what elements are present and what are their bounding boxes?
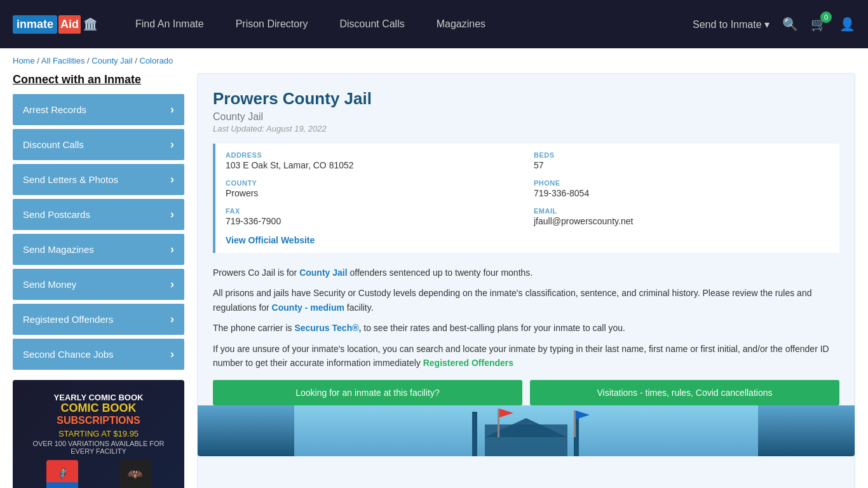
beds-value: 57	[534, 160, 829, 170]
breadcrumb-all-facilities[interactable]: All Facilities	[41, 56, 85, 65]
beds-label: BEDS	[534, 151, 829, 159]
ad-line3-sub: SUBSCRIPTIONS	[25, 415, 172, 426]
county-label: COUNTY	[226, 179, 521, 187]
navbar: inmate Aid 🏛️ Find An Inmate Prison Dire…	[0, 0, 868, 48]
website-field: View Official Website	[226, 235, 829, 245]
breadcrumb-state[interactable]: Colorado	[139, 56, 173, 65]
arrow-icon-discount-calls: ›	[170, 138, 174, 151]
nav-find-inmate[interactable]: Find An Inmate	[123, 18, 217, 30]
fax-value: 719-336-7900	[226, 216, 521, 226]
address-field: ADDRESS 103 E Oak St, Lamar, CO 81052	[226, 151, 521, 170]
send-to-inmate[interactable]: Send to Inmate ▾	[693, 18, 770, 30]
cart-badge: 0	[820, 11, 832, 23]
address-label: ADDRESS	[226, 151, 521, 159]
nav-prison-directory[interactable]: Prison Directory	[223, 18, 321, 30]
arrow-icon-second-chance-jobs: ›	[170, 348, 174, 361]
desc2-link[interactable]: County - medium	[272, 302, 344, 313]
sidebar-title: Connect with an Inmate	[13, 73, 184, 86]
desc3-text: The phone carrier is	[213, 323, 292, 333]
arrow-icon-send-magazines: ›	[170, 243, 174, 256]
sidebar-item-send-magazines-label: Send Magazines	[23, 244, 94, 255]
sidebar-item-registered-offenders-label: Registered Offenders	[23, 314, 113, 325]
nav-magazines[interactable]: Magazines	[424, 18, 498, 30]
svg-rect-7	[574, 410, 576, 437]
arrow-icon-send-postcards: ›	[170, 208, 174, 221]
ad-variations: OVER 100 VARIATIONS AVAILABLE FOR EVERY …	[25, 440, 172, 455]
facility-image	[198, 405, 855, 456]
email-field: EMAIL jfaull@prowerscounty.net	[534, 207, 829, 226]
fax-field: FAX 719-336-7900	[226, 207, 521, 226]
facility-name: Prowers County Jail	[213, 89, 839, 109]
desc-para2: All prisons and jails have Security or C…	[213, 286, 839, 315]
sidebar-item-arrest-records-label: Arrest Records	[23, 104, 86, 115]
beds-field: BEDS 57	[534, 151, 829, 170]
breadcrumb-home[interactable]: Home	[13, 56, 35, 65]
find-inmate-button[interactable]: Looking for an inmate at this facility?	[213, 380, 522, 405]
cart-wrapper[interactable]: 🛒 0	[811, 17, 827, 32]
logo-text: inmate	[13, 15, 57, 34]
logo-icon: 🏛️	[83, 17, 97, 31]
county-field: COUNTY Prowers	[226, 179, 521, 198]
search-icon[interactable]: 🔍	[782, 17, 798, 32]
sidebar-item-discount-calls[interactable]: Discount Calls ›	[13, 129, 184, 160]
desc3-cont: to see their rates and best-calling plan…	[363, 323, 625, 333]
info-grid: ADDRESS 103 E Oak St, Lamar, CO 81052 BE…	[213, 144, 839, 253]
visitations-button[interactable]: Visitations - times, rules, Covid cancel…	[530, 380, 839, 405]
facility-description: Prowers Co Jail is for County Jail offen…	[213, 266, 839, 370]
facility-content: Prowers County Jail County Jail Last Upd…	[197, 73, 855, 488]
desc1-link[interactable]: County Jail	[299, 268, 347, 278]
sidebar-item-second-chance-jobs-label: Second Chance Jobs	[23, 349, 114, 360]
ad-heroes: 🦸 🦇	[25, 460, 172, 488]
sidebar-item-send-money[interactable]: Send Money ›	[13, 269, 184, 300]
sidebar-item-discount-calls-label: Discount Calls	[23, 139, 84, 150]
email-label: EMAIL	[534, 207, 829, 215]
arrow-icon-arrest-records: ›	[170, 103, 174, 116]
desc4-text: If you are unsure of your inmate's locat…	[213, 344, 829, 368]
sidebar-item-send-postcards-label: Send Postcards	[23, 209, 90, 220]
phone-field: PHONE 719-336-8054	[534, 179, 829, 198]
nav-right: Send to Inmate ▾ 🔍 🛒 0 👤	[693, 17, 855, 32]
batman-graphic: 🦇	[119, 460, 151, 488]
desc-para3: The phone carrier is Securus Tech®, to s…	[213, 321, 839, 335]
sidebar: Connect with an Inmate Arrest Records › …	[13, 73, 184, 488]
user-icon[interactable]: 👤	[839, 17, 855, 32]
logo[interactable]: inmate Aid 🏛️	[13, 15, 97, 34]
breadcrumb-county-jail[interactable]: County Jail	[92, 56, 132, 65]
phone-label: PHONE	[534, 179, 829, 187]
fax-label: FAX	[226, 207, 521, 215]
sidebar-item-arrest-records[interactable]: Arrest Records ›	[13, 94, 184, 125]
desc4-link[interactable]: Registered Offenders	[423, 358, 513, 368]
main-layout: Connect with an Inmate Arrest Records › …	[0, 73, 868, 488]
desc2-cont: facility.	[347, 302, 374, 313]
desc1-cont: offenders sentenced up to twenty four mo…	[350, 268, 533, 278]
svg-rect-2	[472, 412, 477, 456]
sidebar-item-send-money-label: Send Money	[23, 279, 76, 290]
nav-discount-calls[interactable]: Discount Calls	[327, 18, 417, 30]
arrow-icon-send-money: ›	[170, 278, 174, 291]
breadcrumb: Home / All Facilities / County Jail / Co…	[0, 48, 868, 73]
sidebar-ad[interactable]: YEARLY COMIC BOOK COMIC BOOK SUBSCRIPTIO…	[13, 380, 184, 488]
phone-value: 719-336-8054	[534, 188, 829, 198]
superman-graphic: 🦸	[46, 460, 78, 488]
desc3-link[interactable]: Securus Tech®,	[294, 323, 361, 333]
ad-price: STARTING AT $19.95	[25, 429, 172, 438]
desc-para4: If you are unsure of your inmate's locat…	[213, 342, 839, 370]
ad-line2: COMIC BOOK	[25, 402, 172, 415]
nav-links: Find An Inmate Prison Directory Discount…	[123, 18, 693, 30]
website-link[interactable]: View Official Website	[226, 235, 315, 245]
sidebar-item-send-letters-label: Send Letters & Photos	[23, 174, 118, 185]
svg-rect-6	[498, 409, 499, 437]
address-value: 103 E Oak St, Lamar, CO 81052	[226, 160, 521, 170]
email-value: jfaull@prowerscounty.net	[534, 216, 829, 226]
sidebar-item-send-magazines[interactable]: Send Magazines ›	[13, 234, 184, 265]
sidebar-item-second-chance-jobs[interactable]: Second Chance Jobs ›	[13, 339, 184, 370]
arrow-icon-send-letters: ›	[170, 173, 174, 186]
sidebar-item-send-letters[interactable]: Send Letters & Photos ›	[13, 164, 184, 195]
building-svg	[198, 405, 855, 456]
sidebar-item-registered-offenders[interactable]: Registered Offenders ›	[13, 304, 184, 335]
ad-line1: YEARLY COMIC BOOK	[25, 393, 172, 402]
action-buttons: Looking for an inmate at this facility? …	[213, 380, 839, 405]
facility-type: County Jail	[213, 111, 839, 123]
sidebar-item-send-postcards[interactable]: Send Postcards ›	[13, 199, 184, 230]
desc-para1: Prowers Co Jail is for County Jail offen…	[213, 266, 839, 280]
